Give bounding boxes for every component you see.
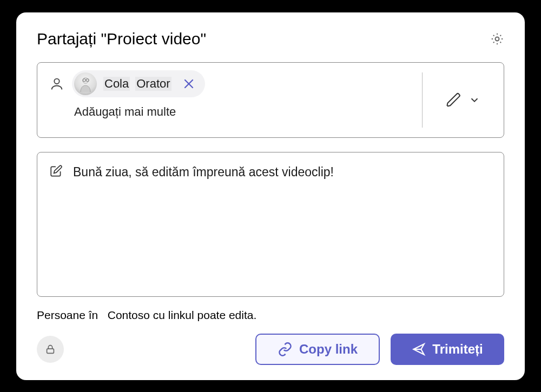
send-label: Trimiteți [432,342,483,357]
recipient-row: Cola Orator [49,70,411,97]
permission-detail: Contoso cu linkul poate edita. [108,309,257,321]
avatar [74,72,97,95]
send-icon [412,342,426,356]
share-dialog: Partajați "Proiect video" [16,12,525,380]
dialog-title: Partajați "Proiect video" [37,30,206,48]
svg-point-1 [54,78,59,83]
recipient-name: Cola Orator [103,77,171,91]
remove-recipient-button[interactable] [181,76,196,91]
settings-button[interactable] [490,32,504,46]
close-icon [181,76,196,91]
compose-icon [49,164,63,178]
permission-dropdown[interactable] [423,70,504,130]
add-more-label[interactable]: Adăugați mai multe [49,105,411,119]
chevron-down-icon [469,94,480,106]
permission-summary: Persoane în Contoso cu linkul poate edit… [37,309,504,322]
svg-rect-8 [47,349,54,353]
copy-link-label: Copy link [299,342,358,357]
person-icon [49,76,64,91]
lock-icon [44,343,56,355]
svg-point-0 [496,37,499,41]
dialog-header: Partajați "Proiect video" [37,30,504,48]
send-button[interactable]: Trimiteți [391,334,504,365]
message-field[interactable]: Bună ziua, să edităm împreună acest vide… [37,152,504,297]
link-settings-button[interactable] [37,336,64,363]
copy-link-button[interactable]: Copy link [255,334,380,365]
recipient-chip[interactable]: Cola Orator [72,70,205,97]
dialog-footer: Copy link Trimiteți [37,334,504,365]
message-text: Bună ziua, să edităm împreună acest vide… [73,163,334,181]
permission-label: Persoane în [37,309,98,321]
link-icon [278,342,293,357]
gear-icon [490,32,504,46]
recipients-field[interactable]: Cola Orator Adăugați mai multe [37,62,504,138]
recipients-list: Cola Orator Adăugați mai multe [49,70,422,130]
pencil-icon [446,92,462,108]
